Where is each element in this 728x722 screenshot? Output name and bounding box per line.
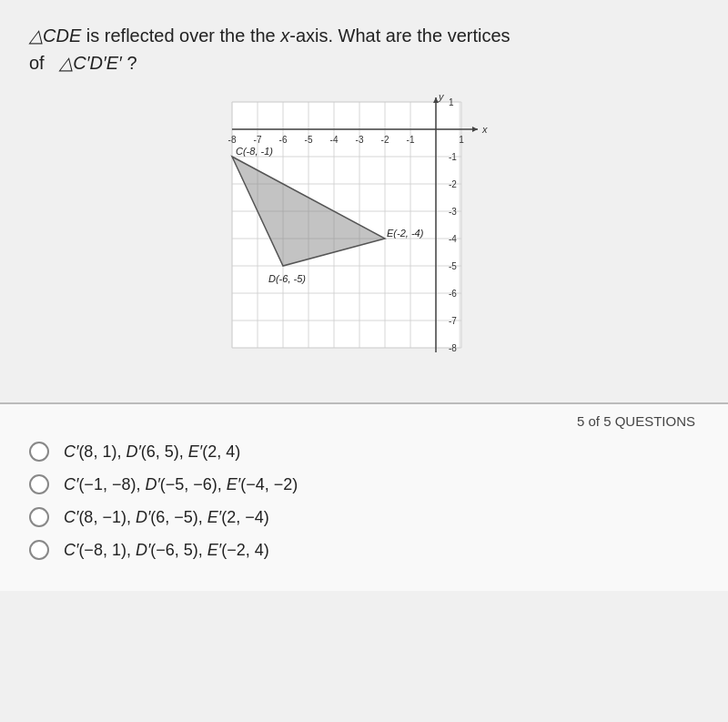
svg-text:1: 1 [459, 135, 464, 145]
svg-text:-1: -1 [449, 152, 457, 162]
svg-text:x: x [481, 124, 488, 135]
svg-marker-22 [472, 127, 478, 132]
svg-text:-3: -3 [449, 207, 457, 217]
radio-a[interactable] [29, 442, 49, 462]
answer-option-d[interactable]: C′(−8, 1), D′(−6, 5), E′(−2, 4) [29, 540, 699, 560]
radio-d[interactable] [29, 540, 49, 560]
svg-text:-2: -2 [381, 135, 389, 145]
radio-c[interactable] [29, 507, 49, 527]
svg-text:-8: -8 [228, 135, 237, 145]
svg-text:-8: -8 [449, 343, 457, 353]
answer-text-a: C′(8, 1), D′(6, 5), E′(2, 4) [64, 442, 240, 462]
svg-text:-3: -3 [356, 135, 364, 145]
answer-option-c[interactable]: C′(8, −1), D′(6, −5), E′(2, −4) [29, 507, 699, 527]
svg-text:C(-8, -1): C(-8, -1) [236, 146, 273, 157]
svg-text:-7: -7 [254, 135, 262, 145]
question-count: 5 of 5 QUESTIONS [29, 413, 699, 429]
answer-text-d: C′(−8, 1), D′(−6, 5), E′(−2, 4) [64, 541, 269, 560]
svg-text:-6: -6 [279, 135, 288, 145]
triangle-cde: △CDE [29, 25, 81, 46]
answers-area: 5 of 5 QUESTIONS C′(8, 1), D′(6, 5), E′(… [0, 404, 728, 591]
svg-text:-6: -6 [449, 289, 457, 299]
svg-text:-7: -7 [449, 316, 457, 326]
svg-text:E(-2, -4): E(-2, -4) [387, 228, 424, 239]
answer-text-c: C′(8, −1), D′(6, −5), E′(2, −4) [64, 508, 269, 527]
answer-option-a[interactable]: C′(8, 1), D′(6, 5), E′(2, 4) [29, 442, 699, 462]
triangle-cprime: △C′D′E′ [59, 53, 121, 73]
svg-text:1: 1 [449, 97, 454, 107]
svg-text:-4: -4 [449, 234, 457, 244]
svg-text:-5: -5 [305, 135, 313, 145]
graph-container: -8 -7 -6 -5 -4 -3 -2 -1 1 x 1 -1 -2 -3 -… [29, 93, 699, 375]
question-text: △CDE is reflected over the the x-axis. W… [29, 22, 699, 76]
svg-text:-4: -4 [330, 135, 339, 145]
radio-b[interactable] [29, 474, 49, 494]
svg-text:D(-6, -5): D(-6, -5) [268, 273, 306, 284]
question-area: △CDE is reflected over the the x-axis. W… [0, 0, 728, 395]
svg-text:-5: -5 [449, 261, 457, 271]
graph-wrapper: -8 -7 -6 -5 -4 -3 -2 -1 1 x 1 -1 -2 -3 -… [223, 93, 505, 375]
svg-text:-1: -1 [407, 135, 415, 145]
coordinate-graph: -8 -7 -6 -5 -4 -3 -2 -1 1 x 1 -1 -2 -3 -… [223, 93, 505, 375]
svg-text:-2: -2 [449, 179, 457, 189]
answer-text-b: C′(−1, −8), D′(−5, −6), E′(−4, −2) [64, 475, 298, 494]
answer-option-b[interactable]: C′(−1, −8), D′(−5, −6), E′(−4, −2) [29, 474, 699, 494]
svg-text:y: y [438, 93, 445, 102]
